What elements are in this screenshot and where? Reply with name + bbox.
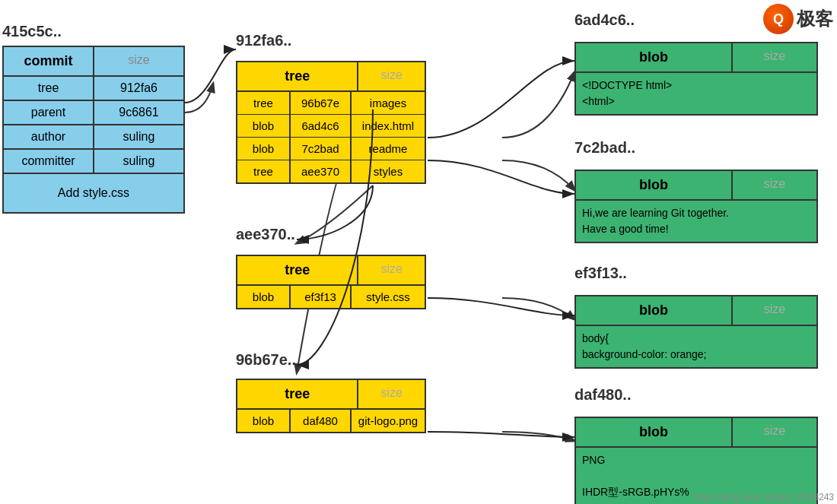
blob-ef3-content: body{background-color: orange; [576,326,816,367]
tree-912-name-1: index.html [352,115,425,137]
tree-912-row-0: tree 96b67e images [237,92,425,115]
tree-aee-hash-0: ef3f13 [291,286,352,308]
main-container: 415c5c.. commit size tree 912fa6 parent … [0,0,837,504]
tree-96b-size: size [358,380,425,408]
tree-96b-name-0: git-logo.png [352,410,425,432]
blob-daf-label: blob [576,418,733,446]
blob-6ad-hash-label: 6ad4c6.. [574,11,635,29]
tree-912-type-1: blob [237,115,291,137]
commit-row-committer: committer suling [4,150,183,174]
tree-96b-row-0: blob daf480 git-logo.png [237,410,425,432]
tree-912-hash-label: 912fa6.. [236,32,291,49]
commit-label: commit [4,47,94,75]
blob-6ad-box: blob size <!DOCTYPE html><html> [574,42,818,116]
commit-key-parent: parent [4,101,94,124]
commit-row-parent: parent 9c6861 [4,101,183,125]
commit-row-tree: tree 912fa6 [4,77,183,101]
logo: Q 极客 [763,4,833,34]
tree-912-name-2: readme [352,138,425,160]
tree-912-row-1: blob 6ad4c6 index.html [237,115,425,138]
logo-icon: Q [763,4,794,34]
blob-6ad-header: blob size [576,43,816,73]
blob-7c2-hash-label: 7c2bad.. [574,139,635,157]
tree-912-name-0: images [352,92,425,114]
tree-912-box: tree size tree 96b67e images blob 6ad4c6… [236,61,426,184]
commit-val-committer: suling [94,150,183,173]
tree-912-type-3: tree [237,160,291,182]
blob-ef3-size: size [733,296,816,325]
commit-key-author: author [4,125,94,148]
commit-val-tree: 912fa6 [94,77,183,100]
tree-aee-type-0: blob [237,286,291,308]
blob-7c2-header: blob size [576,171,816,201]
tree-96b-hash-label: 96b67e.. [236,351,296,369]
tree-aee-header: tree size [237,256,425,286]
blob-daf-size: size [733,418,816,446]
blob-7c2-box: blob size Hi,we are learning Git togethe… [574,170,818,243]
tree-96b-label: tree [237,380,358,408]
tree-912-row-3: tree aee370 styles [237,160,425,182]
commit-hash-label: 415c5c.. [2,23,62,40]
tree-912-type-2: blob [237,138,291,160]
tree-912-row-2: blob 7c2bad readme [237,138,425,160]
tree-aee-label: tree [237,256,358,284]
commit-header: commit size [4,47,183,77]
blob-ef3-header: blob size [576,296,816,326]
commit-key-committer: committer [4,150,94,173]
tree-912-header: tree size [237,62,425,92]
tree-96b-box: tree size blob daf480 git-logo.png [236,379,426,433]
commit-val-author: suling [94,125,183,148]
tree-912-hash-2: 7c2bad [291,138,352,160]
blob-ef3-hash-label: ef3f13.. [574,265,627,282]
commit-row-author: author suling [4,125,183,150]
tree-912-hash-3: aee370 [291,160,352,182]
tree-aee-size: size [358,256,425,284]
tree-912-name-3: styles [352,160,425,182]
blob-6ad-size: size [733,43,816,71]
blob-7c2-content: Hi,we are learning Git together.Have a g… [576,201,816,242]
blob-7c2-size: size [733,171,816,199]
commit-footer: Add style.css [4,174,183,212]
tree-aee-box: tree size blob ef3f13 style.css [236,255,426,309]
blob-daf-header: blob size [576,418,816,448]
blob-daf-hash-label: daf480.. [574,386,631,404]
commit-size-label: size [94,47,183,75]
tree-912-hash-1: 6ad4c6 [291,115,352,137]
tree-aee-row-0: blob ef3f13 style.css [237,286,425,308]
tree-96b-hash-0: daf480 [291,410,352,432]
tree-96b-header: tree size [237,380,425,410]
tree-912-label: tree [237,62,358,90]
blob-7c2-label: blob [576,171,733,199]
tree-912-size: size [358,62,425,90]
tree-96b-type-0: blob [237,410,291,432]
commit-box: commit size tree 912fa6 parent 9c6861 au… [2,46,185,214]
logo-text: 极客 [797,7,833,31]
blob-ef3-box: blob size body{background-color: orange; [574,295,818,369]
watermark: https://blog.csdn.net/qq_22918243 [691,490,837,504]
commit-val-parent: 9c6861 [94,101,183,124]
tree-aee-name-0: style.css [352,286,425,308]
tree-aee-hash-label: aee370.. [236,226,295,243]
tree-912-type-0: tree [237,92,291,114]
blob-6ad-label: blob [576,43,733,71]
blob-6ad-content: <!DOCTYPE html><html> [576,73,816,114]
blob-ef3-label: blob [576,296,733,325]
tree-912-hash-0: 96b67e [291,92,352,114]
commit-key-tree: tree [4,77,94,100]
